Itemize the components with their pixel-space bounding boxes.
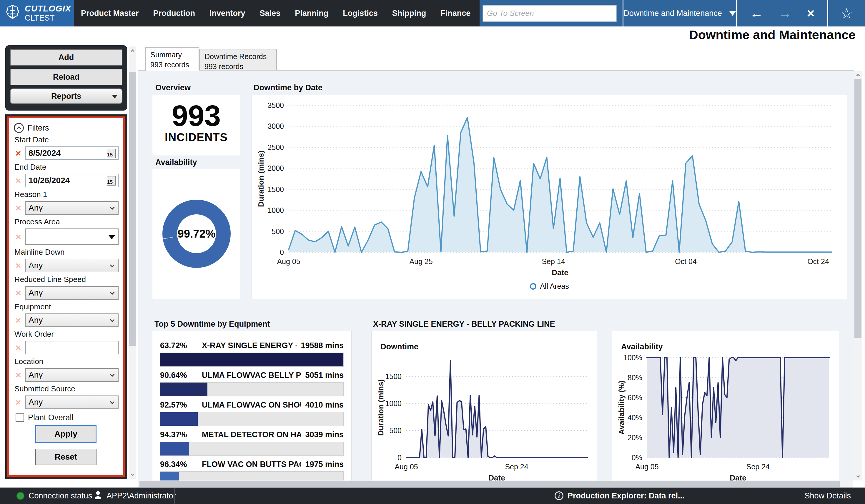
equipment-downtime-card: Downtime 050010001500Aug 05Sep 24DateDur…	[371, 331, 597, 480]
svg-text:500: 500	[272, 227, 284, 236]
scroll-down-icon[interactable]	[854, 473, 862, 480]
top5-row: 92.57% ULMA FLOWVAC ON SHOULDER 4010 min…	[160, 400, 344, 426]
submitted-source-select[interactable]: Any	[25, 396, 118, 409]
sidebar-scrollbar-thumb[interactable]	[129, 72, 136, 346]
reload-button[interactable]: Reload	[10, 69, 123, 85]
back-arrow-icon[interactable]: ←	[750, 5, 763, 21]
statusbar-divider	[85, 488, 85, 504]
downtime-by-date-card: 0500100015002000250030003500Aug 05Aug 25…	[252, 95, 847, 299]
logged-in-user: APP2\Administrator	[106, 491, 176, 501]
clear-equipment-icon[interactable]: ×	[13, 316, 23, 325]
go-to-screen-input[interactable]	[483, 5, 617, 22]
info-icon[interactable]: i	[555, 491, 563, 500]
menu-finance[interactable]: Finance	[440, 9, 471, 18]
plant-overall-checkbox[interactable]	[15, 413, 24, 422]
reason1-value: Any	[28, 203, 43, 213]
reports-dropdown-button[interactable]: Reports	[10, 89, 123, 104]
tab-summary-count: 993 records	[150, 60, 194, 70]
svg-text:0%: 0%	[632, 454, 642, 462]
mainline-down-value: Any	[28, 261, 43, 270]
clear-mainline-down-icon[interactable]: ×	[13, 261, 23, 270]
scroll-down-icon[interactable]	[129, 471, 136, 479]
chevron-down-icon	[108, 235, 115, 239]
clear-end-date-icon[interactable]: ×	[13, 176, 23, 185]
show-details-link[interactable]: Show Details	[804, 491, 851, 501]
content-horizontal-scrollbar-thumb[interactable]	[139, 481, 840, 487]
screen-selector-dropdown[interactable]: Downtime and Maintenance	[623, 0, 736, 26]
filters-panel: Filters Start Date × 8/5/2024 15 End Dat…	[7, 116, 125, 477]
sidebar-scrollbar[interactable]	[129, 46, 136, 479]
clear-start-date-icon[interactable]: ×	[13, 149, 23, 158]
menu-shipping[interactable]: Shipping	[392, 9, 426, 18]
submitted-source-value: Any	[28, 398, 43, 407]
svg-text:Aug 05: Aug 05	[394, 462, 418, 471]
favorite-star-icon[interactable]: ☆	[840, 5, 853, 22]
top5-bar	[160, 383, 207, 396]
location-select[interactable]: Any	[25, 368, 118, 382]
filter-label-location: Location	[14, 357, 118, 366]
top5-bar	[160, 353, 343, 366]
downtime-by-date-header: Downtime by Date	[254, 83, 322, 92]
top-nav-bar: CUTLOGIX CLTEST Product Master Productio…	[0, 0, 865, 26]
reduced-line-speed-select[interactable]: Any	[25, 286, 118, 300]
svg-text:Aug 25: Aug 25	[409, 257, 432, 266]
calendar-icon[interactable]: 15	[107, 176, 116, 186]
equipment-select[interactable]: Any	[25, 314, 118, 327]
scroll-up-icon[interactable]	[854, 71, 862, 79]
clear-process-area-icon[interactable]: ×	[13, 232, 23, 242]
all-areas-legend-label: All Areas	[540, 282, 569, 291]
filter-label-submitted-source: Submitted Source	[14, 384, 118, 394]
mainline-down-select[interactable]: Any	[25, 259, 118, 272]
clear-reduced-line-speed-icon[interactable]: ×	[13, 288, 23, 297]
content-scrollbar-thumb[interactable]	[854, 79, 862, 338]
chevron-down-icon	[729, 11, 736, 16]
start-date-input[interactable]: 8/5/2024 15	[25, 146, 118, 160]
top5-equipment-name: FLOW VAC ON BUTTS PACKING	[202, 460, 301, 469]
tab-summary[interactable]: Summary 993 records	[145, 47, 199, 71]
top5-row: 90.64% ULMA FLOWVAC BELLY PACKING 5051 m…	[160, 371, 344, 396]
calendar-icon[interactable]: 15	[107, 149, 116, 158]
svg-text:3500: 3500	[267, 101, 284, 109]
menu-planning[interactable]: Planning	[295, 9, 328, 18]
work-order-input[interactable]	[25, 341, 118, 354]
statusbar-divider	[174, 488, 175, 504]
menu-production[interactable]: Production	[153, 9, 195, 18]
chevron-down-icon	[110, 318, 115, 322]
top5-bar	[160, 412, 198, 426]
clear-work-order-icon[interactable]: ×	[13, 343, 23, 352]
svg-text:2000: 2000	[267, 164, 284, 172]
clear-location-icon[interactable]: ×	[13, 370, 23, 379]
tab-summary-label: Summary	[150, 50, 194, 60]
content-horizontal-scrollbar[interactable]	[138, 480, 853, 488]
forward-arrow-icon[interactable]: →	[778, 5, 792, 21]
add-button[interactable]: Add	[10, 49, 123, 66]
end-date-input[interactable]: 10/26/2024 15	[25, 174, 118, 187]
close-screen-icon[interactable]: ×	[807, 6, 815, 21]
app-logo: CUTLOGIX CLTEST	[0, 0, 74, 26]
equipment-section-header: X-RAY SINGLE ENERGY - BELLY PACKING LINE	[373, 320, 555, 329]
process-area-combo[interactable]	[25, 228, 118, 245]
menu-product-master[interactable]: Product Master	[81, 9, 139, 18]
filter-label-mainline-down: Mainline Down	[14, 248, 118, 257]
reset-button[interactable]: Reset	[35, 449, 96, 465]
svg-text:60%: 60%	[627, 394, 642, 402]
svg-text:2500: 2500	[267, 143, 284, 151]
chevron-down-icon	[110, 290, 115, 295]
chevron-down-icon	[110, 205, 115, 210]
status-bar: Connection status APP2\Administrator i P…	[0, 488, 865, 504]
all-areas-radio-icon[interactable]	[530, 283, 537, 290]
tab-downtime-records[interactable]: Downtime Records 993 records	[199, 49, 277, 70]
location-value: Any	[28, 370, 43, 379]
menu-sales[interactable]: Sales	[260, 9, 281, 18]
apply-button[interactable]: Apply	[35, 425, 96, 443]
content-scrollbar[interactable]	[854, 71, 862, 480]
menu-logistics[interactable]: Logistics	[343, 9, 378, 18]
svg-text:100%: 100%	[623, 353, 642, 362]
menu-inventory[interactable]: Inventory	[209, 9, 245, 18]
scroll-up-icon[interactable]	[129, 46, 136, 54]
clear-submitted-source-icon[interactable]: ×	[13, 398, 23, 407]
reason1-select[interactable]: Any	[25, 201, 118, 215]
svg-text:Aug 05: Aug 05	[635, 462, 658, 471]
collapse-filters-icon[interactable]	[14, 123, 24, 133]
clear-reason1-icon[interactable]: ×	[13, 203, 23, 213]
